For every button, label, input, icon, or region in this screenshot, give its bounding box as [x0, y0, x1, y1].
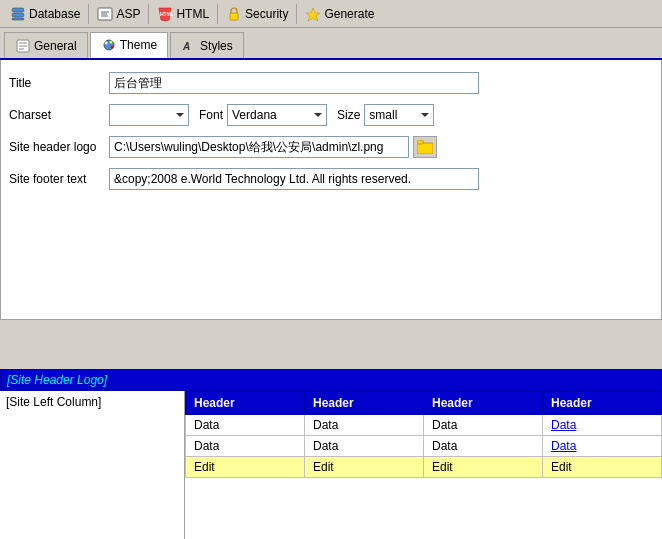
size-select[interactable]: small medium large: [364, 104, 434, 126]
font-select[interactable]: Verdana Arial Times New Roman Tahoma: [227, 104, 327, 126]
tab-styles-label: Styles: [200, 39, 233, 53]
table-edit-cell: Edit: [424, 457, 543, 478]
svg-text:A: A: [182, 41, 190, 52]
site-header-logo-bar: [Site Header Logo]: [0, 369, 662, 391]
tab-general[interactable]: General: [4, 32, 88, 58]
site-footer-text-label: Site footer text: [9, 172, 109, 186]
menu-bar: Database ASP HTML HTML Security Generate: [0, 0, 662, 28]
table-header-row: Header Header Header Header: [186, 392, 662, 415]
content-area: Title Charset Font Verdana Arial Times N…: [0, 60, 662, 320]
svg-rect-0: [12, 8, 24, 12]
preview-table-area: Header Header Header Header Data Data Da…: [185, 391, 662, 539]
title-row: Title: [9, 72, 653, 94]
table-cell: Data: [424, 415, 543, 436]
general-icon: [15, 38, 31, 54]
separator: [296, 4, 297, 24]
size-label: Size: [337, 108, 360, 122]
svg-point-17: [109, 41, 112, 44]
table-row: Data Data Data Data: [186, 436, 662, 457]
site-header-logo-preview-text: [Site Header Logo]: [7, 373, 107, 387]
tab-styles[interactable]: A Styles: [170, 32, 244, 58]
svg-rect-1: [12, 13, 24, 17]
data-link[interactable]: Data: [551, 439, 576, 453]
table-cell: Data: [186, 415, 305, 436]
svg-rect-21: [417, 140, 423, 144]
preview-table: Header Header Header Header Data Data Da…: [185, 391, 662, 478]
menu-html[interactable]: HTML HTML: [151, 4, 215, 24]
preview-area: [Site Header Logo] [Site Left Column] He…: [0, 369, 662, 539]
menu-generate-label: Generate: [324, 7, 374, 21]
table-edit-cell: Edit: [186, 457, 305, 478]
data-link[interactable]: Data: [551, 418, 576, 432]
site-left-column: [Site Left Column]: [0, 391, 185, 539]
table-row: Data Data Data Data: [186, 415, 662, 436]
generate-icon: [305, 6, 321, 22]
table-cell: Data: [305, 415, 424, 436]
logo-row: Site header logo: [9, 136, 653, 158]
site-left-col-text: [Site Left Column]: [6, 395, 101, 409]
theme-icon: [101, 37, 117, 53]
html-icon: HTML: [157, 6, 173, 22]
tab-theme[interactable]: Theme: [90, 32, 168, 58]
menu-database[interactable]: Database: [4, 4, 86, 24]
charset-font-row: Charset Font Verdana Arial Times New Rom…: [9, 104, 653, 126]
menu-security[interactable]: Security: [220, 4, 294, 24]
svg-rect-9: [230, 13, 238, 20]
styles-icon: A: [181, 38, 197, 54]
security-icon: [226, 6, 242, 22]
title-input[interactable]: [109, 72, 479, 94]
table-header-4: Header: [543, 392, 662, 415]
table-edit-row: Edit Edit Edit Edit: [186, 457, 662, 478]
svg-rect-20: [417, 143, 433, 154]
svg-marker-10: [306, 8, 320, 21]
svg-point-15: [104, 40, 114, 50]
table-edit-cell: Edit: [543, 457, 662, 478]
browse-button[interactable]: [413, 136, 437, 158]
database-icon: [10, 6, 26, 22]
svg-point-16: [104, 42, 107, 45]
menu-database-label: Database: [29, 7, 80, 21]
tab-bar: General Theme A Styles: [0, 28, 662, 60]
table-header-1: Header: [186, 392, 305, 415]
menu-security-label: Security: [245, 7, 288, 21]
logo-path-input[interactable]: [109, 136, 409, 158]
table-cell[interactable]: Data: [543, 415, 662, 436]
separator: [148, 4, 149, 24]
svg-point-18: [110, 46, 113, 49]
table-header-2: Header: [305, 392, 424, 415]
preview-body: [Site Left Column] Header Header Header …: [0, 391, 662, 539]
logo-input-group: [109, 136, 437, 158]
svg-rect-2: [12, 18, 24, 20]
tab-theme-label: Theme: [120, 38, 157, 52]
separator: [217, 4, 218, 24]
charset-label: Charset: [9, 108, 109, 122]
menu-asp[interactable]: ASP: [91, 4, 146, 24]
menu-generate[interactable]: Generate: [299, 4, 380, 24]
site-header-logo-label: Site header logo: [9, 140, 109, 154]
table-cell: Data: [424, 436, 543, 457]
menu-asp-label: ASP: [116, 7, 140, 21]
separator: [88, 4, 89, 24]
table-cell[interactable]: Data: [543, 436, 662, 457]
table-edit-cell: Edit: [305, 457, 424, 478]
svg-text:HTML: HTML: [160, 11, 173, 17]
asp-icon: [97, 6, 113, 22]
charset-select[interactable]: [109, 104, 189, 126]
table-cell: Data: [305, 436, 424, 457]
table-cell: Data: [186, 436, 305, 457]
footer-input[interactable]: [109, 168, 479, 190]
title-label: Title: [9, 76, 109, 90]
menu-html-label: HTML: [176, 7, 209, 21]
footer-row: Site footer text: [9, 168, 653, 190]
font-label: Font: [199, 108, 223, 122]
table-header-3: Header: [424, 392, 543, 415]
tab-general-label: General: [34, 39, 77, 53]
